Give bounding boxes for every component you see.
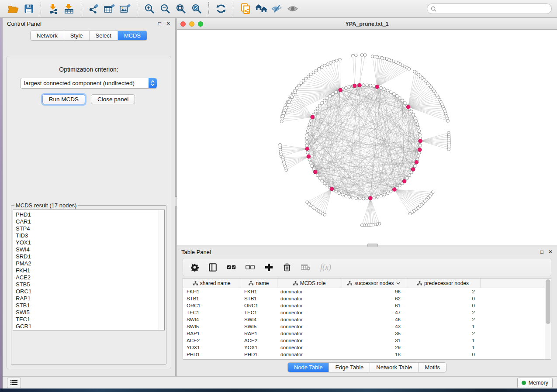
search-box[interactable] xyxy=(427,3,552,14)
result-node-item[interactable]: ACE2 xyxy=(16,274,164,281)
result-node-item[interactable]: GCR1 xyxy=(16,323,164,330)
network-window-titlebar: YPA_prune.txt_1 xyxy=(177,18,557,30)
result-node-item[interactable]: PHD1 xyxy=(16,211,164,218)
result-node-item[interactable]: CAR1 xyxy=(16,218,164,225)
table-row[interactable]: STB1STB1dominator620 xyxy=(183,295,547,302)
result-node-item[interactable]: STB5 xyxy=(16,281,164,288)
network-canvas[interactable] xyxy=(177,30,557,245)
export-network-button[interactable] xyxy=(86,2,101,16)
result-node-item[interactable]: STP4 xyxy=(16,225,164,232)
import-network-button[interactable] xyxy=(45,2,61,16)
run-mcds-button[interactable]: Run MCDS xyxy=(42,94,85,104)
tab-network-table[interactable]: Network Table xyxy=(370,363,419,372)
result-node-item[interactable]: TEC1 xyxy=(16,316,164,323)
status-bar: Memory xyxy=(3,376,557,389)
app-window: Control Panel □ ✕ NetworkStyleSelectMCDS… xyxy=(0,0,557,392)
export-image-icon xyxy=(119,3,131,14)
export-table-button[interactable] xyxy=(101,2,117,16)
table-settings-button[interactable] xyxy=(190,262,199,272)
optimization-criterion-value: largest connected component (undirected) xyxy=(21,80,149,86)
sitemap-icon xyxy=(293,281,298,285)
zoom-selected-button[interactable] xyxy=(189,2,204,16)
deselect-all-rows-button[interactable] xyxy=(246,262,255,272)
tab-motifs[interactable]: Motifs xyxy=(419,363,446,372)
result-node-item[interactable]: YOX1 xyxy=(16,239,164,246)
result-node-item[interactable]: RAP1 xyxy=(16,295,164,302)
float-panel-icon[interactable]: □ xyxy=(158,21,161,26)
zoom-fit-button[interactable] xyxy=(173,2,189,16)
memory-button[interactable]: Memory xyxy=(517,378,553,388)
memory-label: Memory xyxy=(529,380,548,386)
table-row[interactable]: SWI5SWI5connector431 xyxy=(183,323,547,330)
add-column-button[interactable] xyxy=(264,262,273,272)
houses-icon xyxy=(255,4,268,14)
close-panel-button[interactable]: Close panel xyxy=(91,94,135,104)
table-row[interactable]: FKH1FKH1dominator962 xyxy=(183,288,547,296)
tab-edge-table[interactable]: Edge Table xyxy=(329,363,370,372)
control-panel: Control Panel □ ✕ NetworkStyleSelectMCDS… xyxy=(3,18,175,376)
delete-column-button[interactable] xyxy=(283,262,291,272)
select-all-rows-button[interactable] xyxy=(227,262,236,272)
export-network-icon xyxy=(88,3,99,14)
result-node-item[interactable]: FKH1 xyxy=(16,267,164,274)
show-all-button[interactable] xyxy=(285,2,301,16)
result-node-item[interactable]: ORC1 xyxy=(16,288,164,295)
column-header-predecessor-nodes[interactable]: predecessor nodes xyxy=(406,279,480,288)
column-header-name[interactable]: name xyxy=(241,279,277,288)
sitemap-icon xyxy=(347,281,352,285)
clone-network-button[interactable] xyxy=(238,2,253,16)
table-tabs: Node TableEdge TableNetwork TableMotifs xyxy=(287,362,446,372)
hide-selected-button[interactable] xyxy=(269,2,285,16)
control-panel-title: Control Panel xyxy=(7,21,42,27)
main-toolbar xyxy=(0,0,557,18)
tab-mcds[interactable]: MCDS xyxy=(118,31,147,40)
import-table-button[interactable] xyxy=(61,2,77,16)
search-input[interactable] xyxy=(439,5,548,12)
table-row[interactable]: PHD1PHD1dominator180 xyxy=(183,351,547,358)
toolbar-separator xyxy=(41,2,42,15)
zoom-selected-icon xyxy=(191,3,202,14)
tab-network[interactable]: Network xyxy=(31,31,64,40)
tab-select[interactable]: Select xyxy=(90,31,118,40)
result-node-item[interactable]: SWI5 xyxy=(16,309,164,316)
float-panel-icon[interactable]: □ xyxy=(540,249,543,254)
result-node-item[interactable]: SWI4 xyxy=(16,246,164,253)
result-node-item[interactable]: SRD1 xyxy=(16,253,164,260)
table-row[interactable]: RAP1RAP1dominator352 xyxy=(183,330,547,337)
result-node-item[interactable]: TID3 xyxy=(16,232,164,239)
table-row[interactable]: ACE2ACE2connector311 xyxy=(183,337,547,344)
result-node-item[interactable]: PMA2 xyxy=(16,260,164,267)
open-session-button[interactable] xyxy=(5,2,21,16)
tab-node-table[interactable]: Node Table xyxy=(288,363,329,372)
table-row[interactable]: SWI4SWI4dominator462 xyxy=(183,316,547,323)
folder-icon xyxy=(7,4,19,14)
table-row[interactable]: YOX1YOX1connector291 xyxy=(183,344,547,351)
refresh-icon xyxy=(215,3,227,14)
table-row[interactable]: TEC1TEC1connector472 xyxy=(183,309,547,316)
panel-menu-button[interactable] xyxy=(7,378,21,388)
result-list-scrollbar[interactable] xyxy=(159,210,164,330)
toggle-panel-button[interactable] xyxy=(208,262,217,272)
toolbar-separator xyxy=(81,2,82,15)
export-image-button[interactable] xyxy=(117,2,133,16)
apply-layout-button[interactable] xyxy=(213,2,229,16)
column-header-MCDS-role[interactable]: MCDS role xyxy=(277,279,342,288)
optimization-criterion-select[interactable]: largest connected component (undirected) xyxy=(20,78,157,89)
control-panel-tabs: NetworkStyleSelectMCDS xyxy=(30,31,147,41)
result-node-item[interactable]: STB1 xyxy=(16,302,164,309)
tab-style[interactable]: Style xyxy=(64,31,90,40)
scrollbar-thumb[interactable] xyxy=(546,279,550,324)
table-panel: Table Panel □ ✕ f(x) shared namenameMCDS… xyxy=(177,247,557,375)
save-session-button[interactable] xyxy=(21,2,37,16)
first-neighbors-button[interactable] xyxy=(253,2,269,16)
table-scrollbar[interactable] xyxy=(545,279,551,359)
zoom-out-button[interactable] xyxy=(157,2,173,16)
zoom-in-button[interactable] xyxy=(142,2,157,16)
table-row[interactable]: ORC1ORC1dominator610 xyxy=(183,302,547,309)
close-panel-icon[interactable]: ✕ xyxy=(166,21,170,26)
optimization-criterion-label: Optimization criterion: xyxy=(59,66,118,73)
column-header-successor-nodes[interactable]: successor nodes xyxy=(342,279,406,288)
column-header-shared-name[interactable]: shared name xyxy=(183,279,241,288)
close-panel-icon[interactable]: ✕ xyxy=(548,249,553,254)
desktop-wallpaper-bottom xyxy=(0,389,557,392)
